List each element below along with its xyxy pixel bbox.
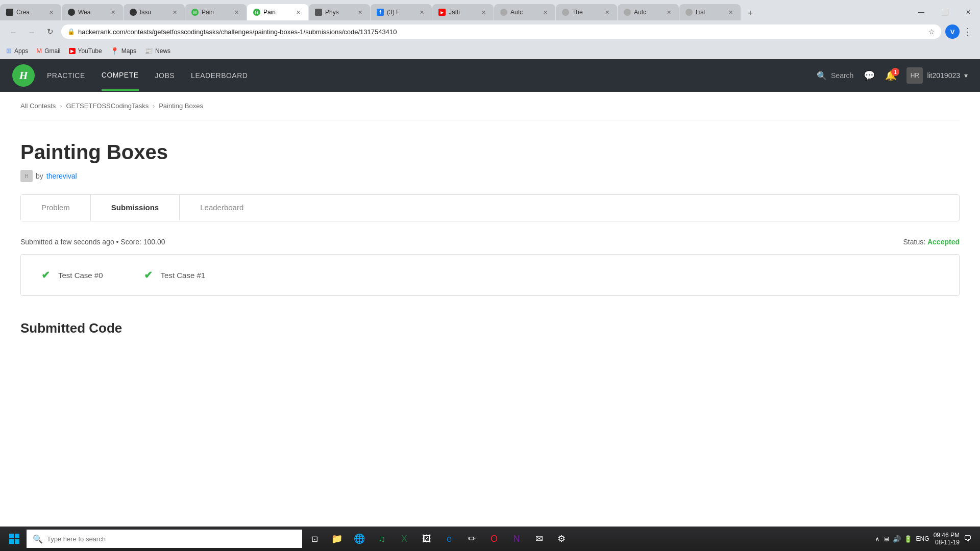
volume-icon[interactable]: 🔊 (893, 535, 901, 543)
pencil-button[interactable]: ✏ (461, 528, 482, 550)
search-label: Search (831, 71, 853, 80)
tab-close-1[interactable]: ✕ (47, 8, 55, 16)
tab-close-6[interactable]: ✕ (356, 8, 364, 16)
minimize-button[interactable]: — (910, 4, 933, 20)
tab-close-9[interactable]: ✕ (541, 8, 549, 16)
chrome-button[interactable]: 🌐 (349, 528, 370, 550)
tab-favicon-5: H (253, 9, 260, 16)
url-bar[interactable]: 🔒 hackerrank.com/contests/getsetfosscodi… (61, 24, 941, 39)
hr-logo[interactable]: H (12, 64, 35, 87)
bookmark-news[interactable]: 📰 News (144, 47, 170, 55)
taskbar-search-input[interactable] (47, 535, 296, 543)
bookmark-youtube[interactable]: ▶ YouTube (69, 47, 102, 55)
tab-close-5[interactable]: ✕ (294, 8, 302, 16)
notification-center-icon[interactable]: 🗨 (964, 534, 972, 543)
forward-button[interactable]: → (24, 24, 39, 39)
taskbar: 🔍 ⊡ 📁 🌐 ♫ X 🖼 e ✏ O N ✉ ⚙ ∧ 🖥 🔊 (0, 527, 980, 551)
notifications-button[interactable]: 🔔 1 (885, 70, 896, 81)
author-link[interactable]: therevival (46, 172, 77, 180)
search-icon: 🔍 (817, 71, 827, 81)
apps-label: Apps (14, 47, 28, 55)
browser-tab-4[interactable]: H Pain ✕ (185, 4, 247, 20)
settings-button[interactable]: ⚙ (551, 528, 572, 550)
nav-compete[interactable]: COMPETE (102, 61, 139, 91)
nav-practice[interactable]: PRACTICE (47, 61, 85, 90)
tab-favicon-1 (6, 9, 13, 16)
settings-icon: ⚙ (557, 533, 566, 544)
user-dropdown-icon: ▾ (964, 71, 968, 80)
refresh-button[interactable]: ↻ (43, 24, 57, 39)
tab-close-12[interactable]: ✕ (726, 8, 734, 16)
file-explorer-button[interactable]: 📁 (327, 528, 347, 550)
mail-button[interactable]: ✉ (529, 528, 549, 550)
bookmark-gmail[interactable]: M Gmail (36, 47, 60, 55)
edge-button[interactable]: e (439, 528, 459, 550)
browser-tab-2[interactable]: Wea ✕ (62, 4, 123, 20)
browser-tab-6[interactable]: Phys ✕ (309, 4, 370, 20)
browser-tab-12[interactable]: List ✕ (679, 4, 741, 20)
browser-tab-7[interactable]: f (3) F ✕ (371, 4, 432, 20)
browser-tab-11[interactable]: Autc ✕ (618, 4, 679, 20)
profile-button[interactable]: V (945, 24, 960, 39)
excel-icon: X (401, 534, 407, 544)
tab-close-2[interactable]: ✕ (109, 8, 117, 16)
browser-menu-button[interactable]: ⋮ (962, 26, 974, 37)
tab-close-11[interactable]: ✕ (665, 8, 673, 16)
browser-tab-8[interactable]: ▶ Jatti ✕ (432, 4, 494, 20)
opera-icon: O (491, 534, 498, 544)
tab-leaderboard[interactable]: Leaderboard (180, 195, 264, 221)
windows-logo-icon (9, 534, 19, 544)
spotify-button[interactable]: ♫ (372, 528, 392, 550)
bookmark-star-icon[interactable]: ☆ (928, 28, 935, 36)
user-menu[interactable]: HR lit2019023 ▾ (906, 67, 968, 84)
new-tab-button[interactable]: + (743, 6, 757, 20)
bookmark-apps[interactable]: ⊞ Apps (6, 47, 28, 55)
nav-jobs[interactable]: JOBS (155, 61, 175, 90)
tab-close-7[interactable]: ✕ (418, 8, 426, 16)
maximize-button[interactable]: ⬜ (933, 4, 957, 20)
breadcrumb-all-contests[interactable]: All Contests (20, 102, 56, 110)
status-label: Status: (903, 238, 925, 246)
search-button[interactable]: 🔍 Search (817, 71, 853, 81)
tab-title-9: Autc (510, 9, 538, 16)
main-nav: PRACTICE COMPETE JOBS LEADERBOARD (47, 61, 817, 91)
sys-icons: ∧ 🖥 🔊 🔋 (875, 535, 912, 543)
back-button[interactable]: ← (6, 24, 20, 39)
tab-favicon-8: ▶ (438, 9, 446, 16)
maps-label: Maps (121, 47, 136, 55)
tab-close-10[interactable]: ✕ (603, 8, 611, 16)
browser-tab-1[interactable]: Crea ✕ (0, 4, 61, 20)
chrome-icon: 🌐 (354, 533, 365, 544)
tab-favicon-10 (562, 9, 569, 16)
tab-problem[interactable]: Problem (21, 195, 91, 221)
bookmark-maps[interactable]: 📍 Maps (110, 47, 136, 55)
start-button[interactable] (4, 528, 24, 550)
breadcrumb-contest[interactable]: GETSETFOSSCodingTasks (66, 102, 149, 110)
task-view-button[interactable]: ⊡ (304, 528, 325, 550)
tab-bar: Crea ✕ Wea ✕ Issu ✕ H Pain ✕ H Pain ✕ (0, 0, 980, 20)
tab-close-4[interactable]: ✕ (232, 8, 240, 16)
tab-close-8[interactable]: ✕ (479, 8, 487, 16)
tab-submissions[interactable]: Submissions (91, 195, 180, 221)
pictures-button[interactable]: 🖼 (416, 528, 437, 550)
browser-tab-10[interactable]: The ✕ (556, 4, 617, 20)
excel-button[interactable]: X (394, 528, 414, 550)
onenote-button[interactable]: N (506, 528, 527, 550)
tab-close-3[interactable]: ✕ (170, 8, 179, 16)
gmail-icon: M (36, 47, 42, 55)
tab-favicon-9 (500, 9, 507, 16)
content-tabs: Problem Submissions Leaderboard (20, 194, 960, 221)
close-button[interactable]: ✕ (957, 4, 980, 20)
browser-tab-9[interactable]: Autc ✕ (494, 4, 555, 20)
messages-button[interactable]: 💬 (864, 70, 875, 81)
opera-button[interactable]: O (484, 528, 504, 550)
address-bar: ← → ↻ 🔒 hackerrank.com/contests/getsetfo… (0, 20, 980, 43)
username: lit2019023 (927, 71, 960, 80)
nav-leaderboard[interactable]: LEADERBOARD (191, 61, 248, 90)
tab-title-11: Autc (634, 9, 662, 16)
chevron-up-icon[interactable]: ∧ (875, 535, 880, 543)
browser-tab-3[interactable]: Issu ✕ (124, 4, 185, 20)
tab-title-1: Crea (16, 9, 44, 16)
taskbar-search[interactable]: 🔍 (27, 530, 302, 548)
browser-tab-5[interactable]: H Pain ✕ (247, 4, 308, 20)
